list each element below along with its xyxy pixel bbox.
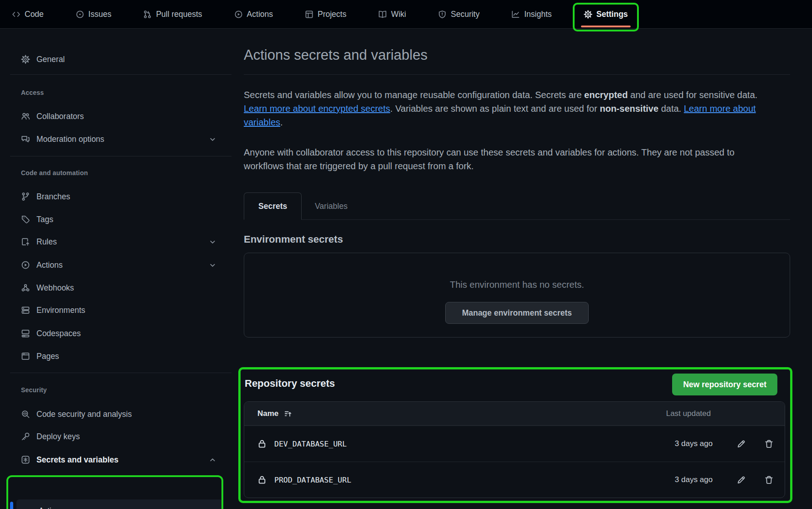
book-icon <box>378 10 387 19</box>
delete-trash-icon[interactable] <box>764 439 774 449</box>
shield-icon <box>438 10 447 19</box>
collaborator-paragraph: Anyone with collaborator access to this … <box>244 145 770 173</box>
repository-secrets-heading: Repository secrets <box>245 378 335 390</box>
tab-wiki[interactable]: Wiki <box>378 10 406 19</box>
tab-label: Issues <box>88 10 112 19</box>
table-header-row: Name Last updated <box>244 402 785 426</box>
tab-label: Code <box>25 10 44 19</box>
intro-text: Secrets and variables allow you to manag… <box>244 90 584 100</box>
tab-label: Security <box>451 10 479 19</box>
environment-empty-text: This environment has no secrets. <box>450 280 584 290</box>
secret-updated: 3 days ago <box>675 475 713 484</box>
tab-label: Insights <box>524 10 551 19</box>
sort-ascending-icon[interactable] <box>284 410 292 418</box>
new-repository-secret-button[interactable]: New repository secret <box>672 374 777 395</box>
tab-projects[interactable]: Projects <box>305 10 346 19</box>
tab-pull-requests[interactable]: Pull requests <box>143 10 202 19</box>
environment-secrets-empty-box: This environment has no secrets. Manage … <box>244 253 790 338</box>
secret-updated: 3 days ago <box>675 439 713 448</box>
gear-icon <box>584 10 592 19</box>
intro-text: . <box>280 117 283 127</box>
tab-label: Projects <box>318 10 346 19</box>
secret-name: PROD_DATABASE_URL <box>274 476 351 484</box>
graph-icon <box>511 10 520 19</box>
tab-label: Secrets <box>258 202 287 211</box>
tab-secrets[interactable]: Secrets <box>244 192 302 220</box>
intro-bold-encrypted: encrypted <box>584 90 628 100</box>
code-icon <box>12 10 21 19</box>
active-tab-underline <box>581 26 631 27</box>
secret-row-dev: DEV_DATABASE_URL 3 days ago <box>244 426 785 462</box>
issue-opened-icon <box>76 10 84 19</box>
secrets-variables-tabs: Secrets Variables <box>244 192 790 220</box>
edit-pencil-icon[interactable] <box>736 439 746 449</box>
edit-pencil-icon[interactable] <box>736 475 746 485</box>
settings-content: Actions secrets and variables Secrets an… <box>0 29 812 509</box>
tab-label: Variables <box>315 202 348 211</box>
intro-text: and are used for sensitive data. <box>628 90 758 100</box>
secret-row-prod: PROD_DATABASE_URL 3 days ago <box>244 462 785 498</box>
intro-bold-non-sensitive: non-sensitive <box>600 104 658 114</box>
tab-code[interactable]: Code <box>12 10 44 19</box>
intro-text: data. <box>658 104 684 114</box>
page-title: Actions secrets and variables <box>244 47 427 63</box>
play-icon <box>234 10 243 19</box>
link-encrypted-secrets[interactable]: Learn more about encrypted secrets <box>244 104 390 114</box>
secret-name: DEV_DATABASE_URL <box>274 440 347 448</box>
tab-variables[interactable]: Variables <box>302 192 360 220</box>
delete-trash-icon[interactable] <box>764 475 774 485</box>
tab-actions[interactable]: Actions <box>234 10 273 19</box>
name-column-header: Name <box>257 409 278 418</box>
repo-tab-nav: Code Issues Pull requests Actions Projec… <box>0 0 812 29</box>
tab-label: Settings <box>596 10 628 19</box>
intro-text: . Variables are shown as plain text and … <box>390 104 600 114</box>
table-icon <box>305 10 313 19</box>
lock-icon <box>257 475 267 484</box>
tab-label: Wiki <box>391 10 406 19</box>
last-updated-column-header: Last updated <box>666 409 711 418</box>
environment-secrets-heading: Environment secrets <box>244 234 343 245</box>
tab-issues[interactable]: Issues <box>76 10 112 19</box>
title-divider <box>244 74 790 75</box>
tab-label: Actions <box>247 10 273 19</box>
tab-settings[interactable]: Settings <box>584 10 628 19</box>
tab-label: Pull requests <box>156 10 202 19</box>
tab-security[interactable]: Security <box>438 10 479 19</box>
lock-icon <box>257 439 267 448</box>
tab-insights[interactable]: Insights <box>511 10 551 19</box>
intro-paragraph: Secrets and variables allow you to manag… <box>244 88 770 129</box>
repository-secrets-table: Name Last updated DEV_DATABASE_URL 3 day… <box>244 401 785 498</box>
manage-environment-secrets-button[interactable]: Manage environment secrets <box>445 302 589 324</box>
git-pull-request-icon <box>143 10 152 19</box>
